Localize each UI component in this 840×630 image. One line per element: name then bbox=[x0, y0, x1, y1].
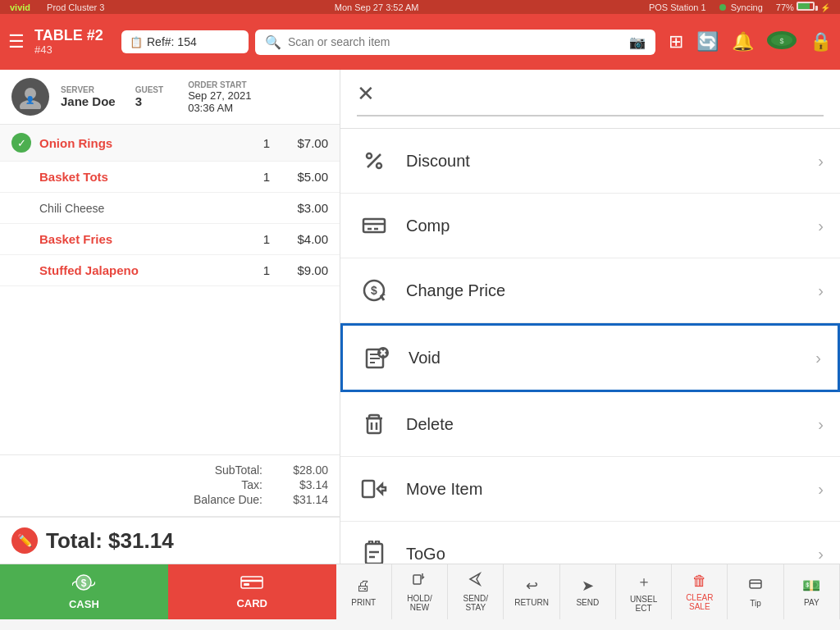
unselect-icon: ＋ bbox=[637, 572, 651, 591]
balance-val: $31.14 bbox=[271, 493, 328, 506]
print-label: PRINT bbox=[351, 598, 376, 607]
tip-icon bbox=[748, 577, 763, 596]
tip-button[interactable]: Tip bbox=[728, 564, 783, 619]
table-row[interactable]: Chili Cheese $3.00 bbox=[0, 193, 340, 224]
tax-val: $3.14 bbox=[271, 478, 328, 491]
trash-icon bbox=[357, 407, 391, 441]
chevron-icon: › bbox=[818, 480, 824, 499]
svg-text:$: $ bbox=[371, 284, 377, 297]
comp-menu-item[interactable]: Comp › bbox=[340, 194, 840, 258]
togo-menu-item[interactable]: ToGo › bbox=[340, 522, 840, 564]
search-icon: 🔍 bbox=[265, 34, 281, 50]
order-start-label: ORDER START bbox=[188, 80, 251, 89]
tax-label: Tax: bbox=[241, 478, 262, 491]
print-button[interactable]: 🖨 PRINT bbox=[336, 564, 392, 619]
brand-label: vivid bbox=[10, 2, 30, 12]
order-items-list: ✓ Onion Rings 1 $7.00 Basket Tots 1 $5.0… bbox=[0, 125, 340, 454]
item-qty: 1 bbox=[254, 263, 279, 277]
table-row[interactable]: Basket Tots 1 $5.00 bbox=[0, 162, 340, 193]
card-label: CARD bbox=[236, 597, 267, 609]
pay-label: PAY bbox=[804, 598, 819, 607]
svg-rect-8 bbox=[363, 219, 385, 232]
ref-input[interactable] bbox=[147, 35, 229, 48]
pay-icon: 💵 bbox=[802, 577, 820, 595]
refresh-icon[interactable]: 🔄 bbox=[696, 31, 719, 52]
clear-sale-label: CLEARSALE bbox=[686, 593, 713, 611]
money-icon[interactable]: $ bbox=[767, 31, 797, 52]
table-row[interactable]: Stuffed Jalapeno 1 $9.00 bbox=[0, 255, 340, 286]
pay-button[interactable]: 💵 PAY bbox=[784, 564, 840, 619]
unselect-button[interactable]: ＋ UNSELECT bbox=[616, 564, 672, 619]
total-bar: ✏️ Total: $31.14 bbox=[0, 516, 340, 564]
order-date: Sep 27, 2021 bbox=[188, 89, 251, 102]
move-icon bbox=[357, 472, 391, 506]
ref-icon: 📋 bbox=[130, 36, 143, 48]
meta-bar: vivid Prod Cluster 3 Mon Sep 27 3:52 AM … bbox=[0, 0, 840, 14]
send-stay-icon bbox=[468, 572, 483, 591]
item-price: $4.00 bbox=[279, 232, 328, 246]
cluster-label: Prod Cluster 3 bbox=[47, 2, 104, 12]
chevron-icon: › bbox=[815, 349, 821, 368]
table-row[interactable]: Basket Fries 1 $4.00 bbox=[0, 224, 340, 255]
avatar: 👤 bbox=[11, 78, 49, 116]
delete-menu-item[interactable]: Delete › bbox=[340, 392, 840, 457]
search-input[interactable] bbox=[288, 35, 623, 48]
ref-input-wrapper[interactable]: 📋 bbox=[121, 30, 249, 53]
cash-icon: $ bbox=[72, 574, 95, 596]
clear-sale-button[interactable]: 🗑 CLEARSALE bbox=[672, 564, 728, 619]
send-button[interactable]: ➤ SEND bbox=[560, 564, 616, 619]
bell-icon[interactable]: 🔔 bbox=[732, 31, 754, 52]
svg-rect-26 bbox=[366, 544, 382, 564]
item-price: $5.00 bbox=[279, 170, 328, 184]
svg-rect-22 bbox=[368, 418, 381, 433]
send-stay-button[interactable]: SEND/STAY bbox=[448, 564, 504, 619]
time-label: Mon Sep 27 3:52 AM bbox=[335, 2, 419, 12]
cash-button[interactable]: $ CASH bbox=[0, 564, 168, 619]
svg-point-6 bbox=[367, 153, 372, 158]
chevron-icon: › bbox=[818, 415, 824, 434]
comp-icon bbox=[357, 208, 391, 243]
card-button[interactable]: CARD bbox=[168, 564, 336, 619]
left-panel: 👤 SERVER Jane Doe GUEST 3 ORDER START Se… bbox=[0, 70, 340, 564]
chevron-icon: › bbox=[818, 217, 824, 235]
move-item-menu-item[interactable]: Move Item › bbox=[340, 457, 840, 522]
chevron-icon: › bbox=[818, 281, 824, 300]
server-col: SERVER Jane Doe bbox=[61, 85, 116, 108]
hamburger-btn[interactable]: ☰ bbox=[8, 31, 25, 52]
total-amount: Total: $31.14 bbox=[46, 528, 174, 554]
change-price-label: Change Price bbox=[406, 281, 818, 300]
item-qty: 1 bbox=[254, 136, 279, 150]
totals-section: SubTotal: $28.00 Tax: $3.14 Balance Due:… bbox=[0, 454, 340, 516]
item-name: Onion Rings bbox=[39, 136, 254, 150]
lock-icon[interactable]: 🔒 bbox=[810, 31, 832, 52]
send-label: SEND bbox=[576, 598, 599, 607]
void-menu-item[interactable]: Void › bbox=[340, 323, 840, 392]
svg-line-14 bbox=[381, 295, 384, 300]
header-icons: ⊞ 🔄 🔔 $ 🔒 bbox=[669, 31, 832, 52]
svg-rect-34 bbox=[413, 575, 421, 584]
hold-new-button[interactable]: HOLD/NEW bbox=[392, 564, 448, 619]
item-price: $3.00 bbox=[279, 201, 328, 215]
tip-label: Tip bbox=[750, 599, 761, 608]
svg-text:$: $ bbox=[81, 578, 87, 589]
return-button[interactable]: ↩ RETURN bbox=[504, 564, 559, 619]
layers-icon[interactable]: ⊞ bbox=[669, 31, 683, 52]
search-bar[interactable]: 🔍 📷 bbox=[255, 30, 655, 55]
card-icon bbox=[240, 574, 263, 595]
camera-icon[interactable]: 📷 bbox=[629, 34, 646, 50]
table-number: TABLE #2 bbox=[34, 28, 108, 44]
discount-menu-item[interactable]: Discount › bbox=[340, 129, 840, 194]
item-name: Chili Cheese bbox=[39, 202, 254, 215]
guest-label: GUEST bbox=[135, 85, 163, 94]
table-row[interactable]: ✓ Onion Rings 1 $7.00 bbox=[0, 125, 340, 162]
toolbar-actions: 🖨 PRINT HOLD/NEW SEND/STAY ↩ bbox=[336, 564, 840, 619]
close-button[interactable]: ✕ bbox=[357, 81, 375, 107]
server-info: 👤 SERVER Jane Doe GUEST 3 ORDER START Se… bbox=[0, 70, 340, 125]
bottom-toolbar: $ CASH CARD 🖨 PRINT bbox=[0, 564, 840, 619]
edit-button[interactable]: ✏️ bbox=[11, 527, 38, 554]
change-price-menu-item[interactable]: $ Change Price › bbox=[340, 258, 840, 323]
syncing-label: Syncing bbox=[719, 2, 763, 12]
item-price: $7.00 bbox=[279, 136, 328, 150]
tax-row: Tax: $3.14 bbox=[11, 478, 328, 491]
close-bar: ✕ bbox=[340, 70, 840, 129]
